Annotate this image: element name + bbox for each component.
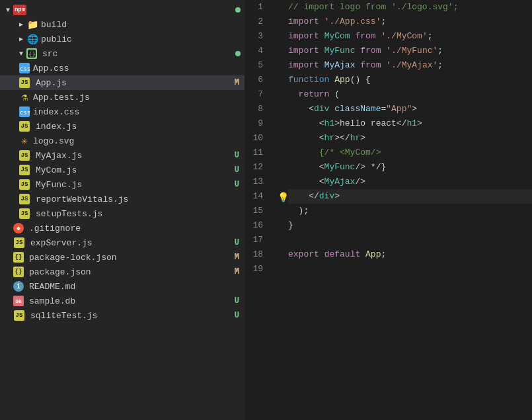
- sidebar-item-public[interactable]: ▶ 🌐 public: [0, 32, 245, 46]
- folder-icon: 📁: [26, 19, 38, 30]
- js-icon: JS: [19, 77, 30, 89]
- sidebar-item-pkg[interactable]: {} package.json M: [0, 265, 245, 279]
- code-token: h1: [324, 116, 335, 131]
- code-token: "App": [386, 102, 412, 116]
- code-token: import: [288, 58, 319, 73]
- js-icon: JS: [19, 179, 30, 190]
- sidebar-item-label: reportWebVitals.js: [36, 194, 245, 204]
- sidebar-item-setuptests[interactable]: JS setupTests.js: [0, 206, 245, 221]
- line-number: 7: [250, 87, 274, 102]
- svg-icon: ✳: [19, 135, 30, 147]
- sidebar-item-expserver[interactable]: JS expServer.js U: [0, 235, 245, 250]
- code-token: MyFunc: [324, 44, 356, 58]
- code-token: import: [288, 15, 319, 29]
- code-token: './MyCom': [381, 29, 427, 44]
- sidebar-item-label: MyAjax.js: [36, 151, 235, 161]
- code-line: <div className="App">: [288, 102, 532, 116]
- sidebar-item-label: public: [41, 34, 245, 44]
- line-number: 19: [250, 262, 274, 276]
- code-line: import './App.css';: [288, 15, 532, 29]
- sidebar-item-label: README.md: [29, 282, 245, 292]
- sidebar-item-sampledb[interactable]: DB sample.db U: [0, 294, 245, 308]
- code-token: App: [334, 73, 350, 87]
- code-token: >: [334, 189, 340, 204]
- sidebar-item-myfunc[interactable]: JS MyFunc.js U: [0, 177, 245, 192]
- line-number: 8: [250, 102, 274, 116]
- code-token: [288, 87, 299, 102]
- untracked-badge: U: [235, 311, 239, 320]
- code-token: />: [355, 175, 365, 189]
- sidebar-item-readme[interactable]: i README.md: [0, 279, 245, 294]
- code-token: import: [288, 29, 319, 44]
- css-icon: css: [19, 62, 30, 74]
- sidebar-item-reportweb[interactable]: JS reportWebVitals.js: [0, 192, 245, 206]
- src-folder-icon: {}: [26, 48, 37, 59]
- line-number: 6: [250, 73, 274, 87]
- line-numbers-gutter: 12345678910111213141516171819: [245, 0, 279, 420]
- sidebar-item-app-js[interactable]: JS App.js M: [0, 75, 245, 90]
- folder-arrow: ▼: [3, 7, 13, 14]
- line-number: 11: [250, 146, 274, 160]
- code-token: return: [299, 87, 330, 102]
- sidebar-item-sqlitetest[interactable]: JS sqliteTest.js U: [0, 308, 245, 323]
- sidebar-item-index-js[interactable]: JS index.js: [0, 119, 245, 134]
- code-token: ></: [334, 131, 350, 146]
- sidebar-item-build[interactable]: ▶ 📁 build: [0, 17, 245, 32]
- sidebar-item-label: App.css: [33, 63, 245, 73]
- code-token: [350, 29, 356, 44]
- sidebar-item-index-css[interactable]: css index.css: [0, 105, 245, 119]
- code-token: [360, 247, 365, 262]
- sidebar-item-label: index.js: [36, 122, 245, 132]
- css-icon: css: [19, 106, 30, 118]
- code-token: [329, 73, 334, 87]
- code-line: {/* <MyCom/>: [288, 146, 532, 160]
- info-icon: i: [13, 281, 24, 292]
- code-token: <: [288, 102, 314, 116]
- code-token: h1: [406, 116, 417, 131]
- svg-text:css: css: [20, 65, 30, 72]
- code-line: <hr></hr>: [288, 131, 532, 146]
- svg-text:css: css: [20, 109, 30, 116]
- sidebar-item-app-css[interactable]: css App.css: [0, 61, 245, 75]
- code-line: // import logo from './logo.svg';: [288, 0, 532, 15]
- code-token: div: [314, 102, 329, 116]
- code-body[interactable]: // import logo from './logo.svg';import …: [283, 0, 532, 420]
- sidebar-item-app-test[interactable]: ⚗ App.test.js: [0, 90, 245, 105]
- test-icon: ⚗: [19, 91, 30, 103]
- sidebar-item-label: sqliteTest.js: [30, 311, 235, 321]
- svg-text:{}: {}: [28, 51, 36, 58]
- line-number: 4: [250, 44, 274, 58]
- code-token: [355, 58, 360, 73]
- line-number: 3: [250, 29, 274, 44]
- sidebar-item-mycom[interactable]: JS MyCom.js U: [0, 163, 245, 177]
- lightbulb-icon[interactable]: 💡: [278, 190, 289, 205]
- sidebar-item-logo-svg[interactable]: ✳ logo.svg: [0, 134, 245, 148]
- line-number: 12: [250, 160, 274, 175]
- sidebar-item-label: sample.db: [29, 296, 235, 306]
- folder-arrow: ▶: [16, 35, 26, 43]
- untracked-badge: U: [235, 151, 239, 160]
- code-token: {/* <MyCom/>: [319, 146, 381, 160]
- code-token: hr: [350, 131, 361, 146]
- code-token: <: [288, 160, 324, 175]
- sidebar-item-myajax[interactable]: JS MyAjax.js U: [0, 148, 245, 163]
- code-token: // import logo from './logo.svg';: [288, 0, 458, 15]
- web-icon: 🌐: [26, 33, 38, 45]
- modified-badge: M: [235, 78, 239, 87]
- code-token: [319, 29, 324, 44]
- sidebar-item-label: setupTests.js: [36, 209, 245, 219]
- line-number: 10: [250, 131, 274, 146]
- untracked-badge: U: [235, 180, 239, 189]
- sidebar-item-pkglock[interactable]: {} package-lock.json M: [0, 250, 245, 265]
- code-token: ;: [381, 247, 386, 262]
- code-token: </: [288, 189, 319, 204]
- code-token: default: [324, 247, 361, 262]
- sidebar-item-gitignore[interactable]: ◆ .gitignore: [0, 221, 245, 235]
- code-line: <MyFunc/> */}: [288, 160, 532, 175]
- sidebar-root-item[interactable]: ▼ npm: [0, 3, 245, 17]
- code-token: './App.css': [324, 15, 381, 29]
- line-number: 9: [250, 116, 274, 131]
- line-number: 2: [250, 15, 274, 29]
- sidebar-item-src[interactable]: ▼ {} src: [0, 46, 245, 61]
- folder-arrow: ▶: [16, 21, 26, 28]
